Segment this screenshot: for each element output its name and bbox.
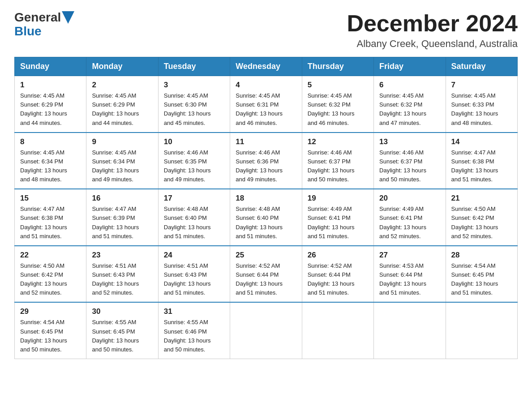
day-number: 5: [308, 81, 368, 90]
header-friday: Friday: [374, 57, 446, 76]
day-info: Sunrise: 4:53 AMSunset: 6:44 PMDaylight:…: [379, 262, 426, 296]
month-title: December 2024: [347, 11, 518, 36]
day-info: Sunrise: 4:45 AMSunset: 6:32 PMDaylight:…: [379, 92, 426, 126]
day-info: Sunrise: 4:46 AMSunset: 6:37 PMDaylight:…: [379, 149, 426, 183]
calendar-cell: 19 Sunrise: 4:49 AMSunset: 6:41 PMDaylig…: [302, 189, 373, 246]
calendar-cell: 9 Sunrise: 4:45 AMSunset: 6:34 PMDayligh…: [86, 133, 158, 189]
day-number: 9: [92, 137, 152, 146]
day-info: Sunrise: 4:45 AMSunset: 6:34 PMDaylight:…: [92, 149, 139, 183]
day-number: 20: [379, 194, 440, 203]
calendar-week-row: 15 Sunrise: 4:47 AMSunset: 6:38 PMDaylig…: [15, 189, 518, 246]
day-number: 28: [451, 251, 512, 260]
day-number: 14: [451, 137, 512, 146]
day-info: Sunrise: 4:46 AMSunset: 6:35 PMDaylight:…: [164, 149, 211, 183]
day-info: Sunrise: 4:55 AMSunset: 6:45 PMDaylight:…: [92, 319, 139, 352]
calendar-cell: 11 Sunrise: 4:46 AMSunset: 6:36 PMDaylig…: [230, 133, 302, 189]
calendar-cell: 24 Sunrise: 4:51 AMSunset: 6:43 PMDaylig…: [158, 246, 230, 303]
calendar-cell: 2 Sunrise: 4:45 AMSunset: 6:29 PMDayligh…: [86, 76, 158, 133]
header-thursday: Thursday: [302, 57, 373, 76]
day-number: 16: [92, 194, 152, 203]
title-area: December 2024 Albany Creek, Queensland, …: [347, 11, 518, 50]
day-info: Sunrise: 4:49 AMSunset: 6:41 PMDaylight:…: [379, 206, 426, 239]
day-number: 7: [451, 81, 512, 90]
calendar-cell: 28 Sunrise: 4:54 AMSunset: 6:45 PMDaylig…: [446, 246, 517, 303]
calendar-cell: 5 Sunrise: 4:45 AMSunset: 6:32 PMDayligh…: [302, 76, 373, 133]
day-info: Sunrise: 4:47 AMSunset: 6:38 PMDaylight:…: [451, 149, 498, 183]
day-number: 30: [92, 307, 152, 316]
day-info: Sunrise: 4:45 AMSunset: 6:31 PMDaylight:…: [236, 92, 283, 126]
day-number: 4: [236, 81, 296, 90]
day-info: Sunrise: 4:52 AMSunset: 6:44 PMDaylight:…: [236, 262, 283, 296]
svg-marker-0: [62, 11, 74, 24]
day-number: 31: [164, 307, 224, 316]
calendar-cell: 14 Sunrise: 4:47 AMSunset: 6:38 PMDaylig…: [446, 133, 517, 189]
day-info: Sunrise: 4:45 AMSunset: 6:29 PMDaylight:…: [20, 92, 67, 126]
day-info: Sunrise: 4:48 AMSunset: 6:40 PMDaylight:…: [236, 206, 283, 239]
day-number: 13: [379, 137, 440, 146]
header-monday: Monday: [86, 57, 158, 76]
day-info: Sunrise: 4:50 AMSunset: 6:42 PMDaylight:…: [20, 262, 67, 296]
day-info: Sunrise: 4:45 AMSunset: 6:29 PMDaylight:…: [92, 92, 139, 126]
calendar-cell: 4 Sunrise: 4:45 AMSunset: 6:31 PMDayligh…: [230, 76, 302, 133]
day-number: 26: [308, 251, 368, 260]
day-number: 15: [20, 194, 81, 203]
day-number: 1: [20, 81, 81, 90]
location-title: Albany Creek, Queensland, Australia: [347, 38, 518, 50]
day-info: Sunrise: 4:45 AMSunset: 6:32 PMDaylight:…: [308, 92, 355, 126]
day-info: Sunrise: 4:55 AMSunset: 6:46 PMDaylight:…: [164, 319, 211, 352]
day-number: 2: [92, 81, 152, 90]
logo: General Blue: [14, 11, 74, 39]
day-number: 8: [20, 137, 81, 146]
calendar-cell: 15 Sunrise: 4:47 AMSunset: 6:38 PMDaylig…: [15, 189, 86, 246]
calendar-cell: 29 Sunrise: 4:54 AMSunset: 6:45 PMDaylig…: [15, 302, 86, 359]
day-number: 24: [164, 251, 224, 260]
calendar-cell: 27 Sunrise: 4:53 AMSunset: 6:44 PMDaylig…: [374, 246, 446, 303]
page-header: General Blue December 2024 Albany Creek,…: [14, 11, 518, 50]
logo-icon: [62, 11, 74, 24]
day-info: Sunrise: 4:51 AMSunset: 6:43 PMDaylight:…: [164, 262, 211, 296]
day-info: Sunrise: 4:45 AMSunset: 6:30 PMDaylight:…: [164, 92, 211, 126]
calendar-cell: 17 Sunrise: 4:48 AMSunset: 6:40 PMDaylig…: [158, 189, 230, 246]
calendar-week-row: 1 Sunrise: 4:45 AMSunset: 6:29 PMDayligh…: [15, 76, 518, 133]
calendar-cell: [374, 302, 446, 359]
day-number: 10: [164, 137, 224, 146]
logo-blue-text: Blue: [14, 24, 42, 38]
calendar-cell: 13 Sunrise: 4:46 AMSunset: 6:37 PMDaylig…: [374, 133, 446, 189]
calendar-cell: 26 Sunrise: 4:52 AMSunset: 6:44 PMDaylig…: [302, 246, 373, 303]
day-info: Sunrise: 4:46 AMSunset: 6:36 PMDaylight:…: [236, 149, 283, 183]
calendar-cell: 1 Sunrise: 4:45 AMSunset: 6:29 PMDayligh…: [15, 76, 86, 133]
day-number: 23: [92, 251, 152, 260]
header-sunday: Sunday: [15, 57, 86, 76]
calendar-cell: 18 Sunrise: 4:48 AMSunset: 6:40 PMDaylig…: [230, 189, 302, 246]
day-number: 21: [451, 194, 512, 203]
calendar-cell: [230, 302, 302, 359]
day-info: Sunrise: 4:48 AMSunset: 6:40 PMDaylight:…: [164, 206, 211, 239]
calendar-cell: 10 Sunrise: 4:46 AMSunset: 6:35 PMDaylig…: [158, 133, 230, 189]
calendar-cell: 3 Sunrise: 4:45 AMSunset: 6:30 PMDayligh…: [158, 76, 230, 133]
calendar-cell: 7 Sunrise: 4:45 AMSunset: 6:33 PMDayligh…: [446, 76, 517, 133]
header-tuesday: Tuesday: [158, 57, 230, 76]
day-info: Sunrise: 4:54 AMSunset: 6:45 PMDaylight:…: [20, 319, 67, 352]
day-number: 11: [236, 137, 296, 146]
day-number: 6: [379, 81, 440, 90]
calendar-week-row: 22 Sunrise: 4:50 AMSunset: 6:42 PMDaylig…: [15, 246, 518, 303]
calendar-cell: 6 Sunrise: 4:45 AMSunset: 6:32 PMDayligh…: [374, 76, 446, 133]
calendar-cell: 21 Sunrise: 4:50 AMSunset: 6:42 PMDaylig…: [446, 189, 517, 246]
day-number: 18: [236, 194, 296, 203]
calendar-week-row: 8 Sunrise: 4:45 AMSunset: 6:34 PMDayligh…: [15, 133, 518, 189]
calendar-cell: 31 Sunrise: 4:55 AMSunset: 6:46 PMDaylig…: [158, 302, 230, 359]
day-info: Sunrise: 4:47 AMSunset: 6:39 PMDaylight:…: [92, 206, 139, 239]
day-number: 22: [20, 251, 81, 260]
day-info: Sunrise: 4:45 AMSunset: 6:33 PMDaylight:…: [451, 92, 498, 126]
day-number: 19: [308, 194, 368, 203]
header-saturday: Saturday: [446, 57, 517, 76]
calendar-cell: [446, 302, 517, 359]
calendar-week-row: 29 Sunrise: 4:54 AMSunset: 6:45 PMDaylig…: [15, 302, 518, 359]
day-info: Sunrise: 4:54 AMSunset: 6:45 PMDaylight:…: [451, 262, 498, 296]
header-wednesday: Wednesday: [230, 57, 302, 76]
day-number: 29: [20, 307, 81, 316]
calendar-cell: 16 Sunrise: 4:47 AMSunset: 6:39 PMDaylig…: [86, 189, 158, 246]
calendar-cell: 12 Sunrise: 4:46 AMSunset: 6:37 PMDaylig…: [302, 133, 373, 189]
calendar-cell: 22 Sunrise: 4:50 AMSunset: 6:42 PMDaylig…: [15, 246, 86, 303]
calendar-header-row: SundayMondayTuesdayWednesdayThursdayFrid…: [15, 57, 518, 76]
